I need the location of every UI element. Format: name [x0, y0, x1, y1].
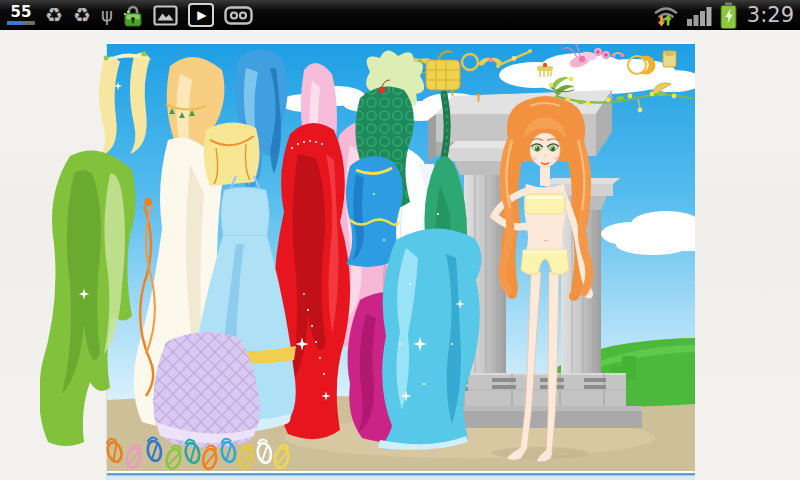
- wifi-traffic-icon: [653, 4, 679, 27]
- android-screen: 55 ♻ ♻ ψ ▶: [0, 0, 800, 480]
- accessory-gold-clasp[interactable]: [663, 51, 676, 67]
- signal-strength-icon: [686, 5, 713, 26]
- battery-percent-notification: 55: [7, 5, 35, 25]
- woven-pouch[interactable]: [426, 60, 460, 90]
- usb-icon: ψ: [101, 5, 113, 25]
- status-bar[interactable]: 55 ♻ ♻ ψ ▶: [0, 0, 800, 30]
- status-bar-left: 55 ♻ ♻ ψ ▶: [0, 3, 653, 27]
- recycle-icon: ♻: [45, 5, 63, 25]
- dress-yellow-bodice[interactable]: [204, 122, 260, 186]
- battery-charging-icon: [720, 2, 737, 29]
- dress-lavender-skirt[interactable]: [153, 332, 260, 448]
- recycle-icon: ♻: [73, 5, 91, 25]
- lock-icon: [123, 4, 143, 27]
- gallery-icon: [153, 5, 178, 26]
- game-bottom-edge: [107, 471, 695, 480]
- game-stage[interactable]: [40, 44, 695, 480]
- clock: 3:29: [747, 3, 794, 27]
- status-bar-right: 3:29: [653, 2, 800, 29]
- cassette-icon: [224, 6, 253, 25]
- battery-percent-bar: [7, 21, 35, 25]
- battery-percent-label: 55: [7, 5, 35, 20]
- play-icon: ▶: [188, 3, 214, 27]
